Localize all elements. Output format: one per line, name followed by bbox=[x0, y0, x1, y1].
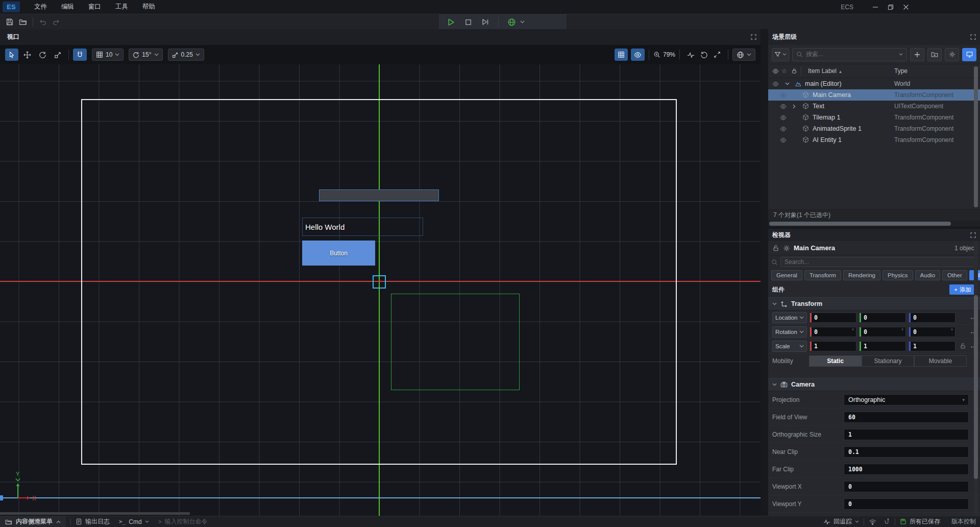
add-component-button[interactable]: +添加 bbox=[949, 284, 976, 295]
object-lock-icon[interactable] bbox=[772, 245, 779, 252]
hierarchy-row[interactable]: AnimatedSprite 1TransformComponent bbox=[768, 123, 980, 134]
rotate-tool-button[interactable] bbox=[36, 49, 49, 61]
inspector-expand-icon[interactable] bbox=[970, 232, 976, 238]
projection-dropdown[interactable]: Orthographic▾ bbox=[844, 394, 969, 405]
tab-other[interactable]: Other bbox=[942, 270, 967, 280]
menu-item-4[interactable]: 帮助 bbox=[135, 0, 162, 14]
scale-mode-dropdown[interactable]: Scale bbox=[772, 341, 807, 352]
visibility-toggle-button[interactable] bbox=[631, 49, 645, 61]
mobility-static-button[interactable]: Static bbox=[809, 355, 862, 367]
expander-right-icon[interactable] bbox=[793, 104, 796, 109]
hierarchy-hscrollbar[interactable] bbox=[768, 221, 980, 227]
viewport-expand-icon[interactable] bbox=[751, 34, 756, 40]
move-tool-button[interactable] bbox=[20, 49, 34, 61]
new-folder-button[interactable] bbox=[927, 48, 942, 61]
visibility-eye-icon[interactable] bbox=[780, 114, 787, 121]
undo-icon[interactable] bbox=[36, 15, 50, 29]
location-mode-dropdown[interactable]: Location bbox=[772, 312, 807, 323]
viewport-hscrollbar[interactable] bbox=[0, 512, 190, 515]
cmd-dropdown[interactable]: >_ Cmd bbox=[119, 518, 149, 525]
column-visibility-icon[interactable] bbox=[772, 68, 779, 75]
uniform-scale-lock-icon[interactable] bbox=[960, 343, 966, 349]
hierarchy-vscrollbar[interactable] bbox=[974, 66, 978, 207]
trace-dropdown[interactable]: 回追踪 bbox=[823, 517, 859, 526]
scene-canvas[interactable]: Hello World Button Y X bbox=[0, 64, 761, 516]
menu-item-2[interactable]: 窗口 bbox=[81, 0, 108, 14]
visibility-eye-icon[interactable] bbox=[780, 103, 787, 110]
tab-transform[interactable]: Transform bbox=[804, 270, 841, 280]
hierarchy-row[interactable]: Main CameraTransformComponent bbox=[768, 89, 980, 101]
far-clip-input[interactable]: 1000 bbox=[844, 464, 969, 475]
column-favorite-icon[interactable]: ☆ bbox=[781, 67, 787, 75]
button-object[interactable]: Button bbox=[302, 241, 375, 266]
transform-section-header[interactable]: Transform bbox=[768, 297, 980, 310]
orthographic-size-input[interactable]: 1 bbox=[844, 429, 969, 440]
tab-physics[interactable]: Physics bbox=[883, 270, 913, 280]
console-command-input[interactable]: > 输入控制台命令 bbox=[158, 517, 208, 526]
rotation-z-input[interactable]: 0° bbox=[909, 327, 955, 337]
visibility-eye-icon[interactable] bbox=[780, 137, 787, 143]
scale-x-input[interactable]: 1 bbox=[810, 341, 856, 351]
expander-down-icon[interactable] bbox=[785, 82, 790, 85]
visibility-eye-icon[interactable] bbox=[772, 81, 779, 87]
viewport-x-input[interactable]: 0 bbox=[844, 481, 969, 492]
grid-toggle-button[interactable] bbox=[615, 49, 628, 61]
scale-z-input[interactable]: 1 bbox=[909, 341, 955, 351]
hierarchy-row[interactable]: Tilemap 1TransformComponent bbox=[768, 112, 980, 123]
rotation-y-input[interactable]: 0° bbox=[859, 327, 906, 337]
open-folder-icon[interactable] bbox=[16, 15, 30, 29]
network-status-icon[interactable] bbox=[869, 519, 876, 525]
filter-dropdown[interactable] bbox=[772, 48, 789, 61]
mobility-movable-button[interactable]: Movable bbox=[914, 355, 967, 367]
near-clip-input[interactable]: 0.1 bbox=[844, 446, 969, 458]
object-settings-icon[interactable] bbox=[783, 245, 790, 252]
fullscreen-icon[interactable] bbox=[710, 49, 724, 61]
visibility-eye-icon[interactable] bbox=[780, 92, 787, 99]
version-control-button[interactable]: 版本控制 bbox=[951, 517, 976, 526]
camera-section-header[interactable]: Camera bbox=[768, 378, 980, 391]
stop-button[interactable] bbox=[461, 15, 475, 29]
tab-general[interactable]: General bbox=[771, 270, 802, 280]
add-entity-button[interactable] bbox=[910, 48, 924, 61]
field-of-view-input[interactable]: 60 bbox=[844, 412, 969, 423]
hierarchy-row[interactable]: AI Entity 1TransformComponent bbox=[768, 134, 980, 146]
content-drawer-button[interactable]: 内容侧滑菜单 bbox=[0, 516, 66, 527]
visibility-eye-icon[interactable] bbox=[780, 126, 787, 132]
maximize-button[interactable] bbox=[883, 0, 898, 14]
menu-item-0[interactable]: 文件 bbox=[27, 0, 54, 14]
viewport-world-dropdown[interactable] bbox=[732, 49, 755, 61]
location-x-input[interactable]: 0 bbox=[810, 313, 856, 323]
hierarchy-row[interactable]: main (Editor)World bbox=[768, 78, 980, 89]
hierarchy-row[interactable]: TextUITextComponent bbox=[768, 101, 980, 112]
zoom-level[interactable]: 79% bbox=[653, 51, 675, 58]
hierarchy-expand-icon[interactable] bbox=[970, 34, 976, 40]
reset-view-icon[interactable] bbox=[697, 49, 710, 61]
selection-square[interactable] bbox=[373, 275, 386, 289]
step-button[interactable] bbox=[479, 15, 492, 29]
tilemap-object[interactable] bbox=[319, 189, 439, 201]
output-log-button[interactable]: 输出日志 bbox=[76, 517, 110, 526]
network-globe-icon[interactable] bbox=[505, 15, 518, 29]
entity-bounds-rect[interactable] bbox=[391, 294, 520, 390]
select-tool-button[interactable] bbox=[5, 49, 18, 61]
save-icon[interactable] bbox=[3, 15, 16, 29]
grid-snap-dropdown[interactable]: 10 bbox=[92, 49, 124, 61]
redo-icon[interactable] bbox=[50, 15, 63, 29]
hierarchy-view-mode-button[interactable] bbox=[962, 48, 976, 61]
close-button[interactable] bbox=[898, 0, 914, 14]
text-object[interactable]: Hello World bbox=[302, 218, 423, 236]
hierarchy-search-input[interactable]: 搜索... bbox=[792, 48, 907, 61]
stats-icon[interactable] bbox=[684, 49, 697, 61]
viewport-y-input[interactable]: 0 bbox=[844, 498, 969, 510]
column-item-label[interactable]: Item Label ▲ bbox=[808, 67, 842, 75]
menu-item-3[interactable]: 工具 bbox=[108, 0, 135, 14]
tab-rendering[interactable]: Rendering bbox=[843, 270, 880, 280]
play-button[interactable] bbox=[444, 15, 457, 29]
rotation-mode-dropdown[interactable]: Rotation bbox=[772, 326, 807, 338]
location-z-input[interactable]: 0 bbox=[909, 313, 955, 323]
minimize-button[interactable] bbox=[868, 0, 883, 14]
rotation-x-input[interactable]: 0° bbox=[810, 327, 856, 337]
scale-tool-button[interactable] bbox=[51, 49, 64, 61]
app-logo[interactable]: ES bbox=[3, 2, 20, 12]
column-type[interactable]: Type bbox=[894, 67, 908, 75]
